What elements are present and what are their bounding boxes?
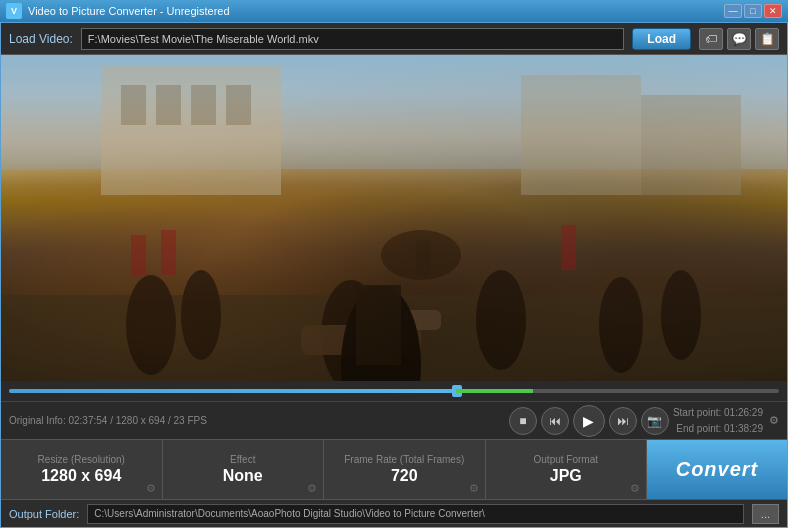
load-label: Load Video: — [9, 32, 73, 46]
output-bar: Output Folder: ... — [1, 499, 787, 527]
svg-point-9 — [126, 275, 176, 375]
settings-panels: Resize (Resolution) 1280 x 694 ⚙ Effect … — [1, 439, 787, 499]
svg-rect-2 — [121, 85, 146, 125]
framerate-label: Frame Rate (Total Frames) — [344, 454, 464, 465]
resize-gear[interactable]: ⚙ — [146, 482, 156, 495]
svg-rect-23 — [356, 285, 401, 365]
play-button[interactable]: ▶ — [573, 405, 605, 437]
output-format-value: JPG — [550, 467, 582, 485]
svg-point-14 — [661, 270, 701, 360]
svg-rect-6 — [521, 75, 641, 195]
tag-icon[interactable]: 🏷 — [699, 28, 723, 50]
comment-icon[interactable]: 💬 — [727, 28, 751, 50]
prev-button[interactable]: ⏮ — [541, 407, 569, 435]
output-format-label: Output Format — [534, 454, 598, 465]
svg-rect-5 — [226, 85, 251, 125]
svg-rect-19 — [131, 235, 146, 275]
resize-value: 1280 x 694 — [41, 467, 121, 485]
video-frame — [1, 55, 787, 381]
output-format-panel[interactable]: Output Format JPG ⚙ — [486, 440, 648, 499]
time-points: Start point: 01:26:29 End point: 01:38:2… — [673, 405, 763, 437]
svg-point-12 — [476, 270, 526, 370]
video-preview — [1, 55, 787, 381]
window-title: Video to Picture Converter - Unregistere… — [28, 5, 718, 17]
framerate-gear[interactable]: ⚙ — [469, 482, 479, 495]
stop-button[interactable]: ■ — [509, 407, 537, 435]
svg-rect-3 — [156, 85, 181, 125]
svg-rect-18 — [416, 240, 431, 275]
app-icon: V — [6, 3, 22, 19]
playback-controls: ■ ⏮ ▶ ⏭ 📷 — [509, 405, 669, 437]
framerate-panel[interactable]: Frame Rate (Total Frames) 720 ⚙ — [324, 440, 486, 499]
effect-panel[interactable]: Effect None ⚙ — [163, 440, 325, 499]
scene-svg — [1, 55, 787, 381]
minimize-button[interactable]: — — [724, 4, 742, 18]
output-format-gear[interactable]: ⚙ — [630, 482, 640, 495]
svg-rect-21 — [561, 225, 576, 270]
scrubber-area[interactable] — [1, 381, 787, 401]
svg-point-10 — [181, 270, 221, 360]
resize-label: Resize (Resolution) — [38, 454, 125, 465]
framerate-value: 720 — [391, 467, 418, 485]
browse-button[interactable]: ... — [752, 504, 779, 524]
effect-label: Effect — [230, 454, 255, 465]
controls-bar: Original Info: 02:37:54 / 1280 x 694 / 2… — [1, 401, 787, 439]
svg-rect-7 — [641, 95, 741, 195]
svg-rect-4 — [191, 85, 216, 125]
close-button[interactable]: ✕ — [764, 4, 782, 18]
window-controls: — □ ✕ — [724, 4, 782, 18]
svg-rect-1 — [101, 65, 281, 195]
main-window: Load Video: Load 🏷 💬 📋 — [0, 22, 788, 528]
snapshot-button[interactable]: 📷 — [641, 407, 669, 435]
resize-panel[interactable]: Resize (Resolution) 1280 x 694 ⚙ — [1, 440, 163, 499]
scrubber-fill — [9, 389, 456, 393]
next-button[interactable]: ⏭ — [609, 407, 637, 435]
start-point: Start point: 01:26:29 — [673, 405, 763, 421]
maximize-button[interactable]: □ — [744, 4, 762, 18]
end-point: End point: 01:38:29 — [673, 421, 763, 437]
effect-gear[interactable]: ⚙ — [307, 482, 317, 495]
list-icon[interactable]: 📋 — [755, 28, 779, 50]
load-button[interactable]: Load — [632, 28, 691, 50]
scrubber-range — [456, 389, 533, 393]
video-info-text: Original Info: 02:37:54 / 1280 x 694 / 2… — [9, 415, 505, 426]
svg-rect-20 — [161, 230, 176, 275]
scrubber-track[interactable] — [9, 389, 779, 393]
video-path-input[interactable] — [81, 28, 624, 50]
load-bar: Load Video: Load 🏷 💬 📋 — [1, 23, 787, 55]
output-folder-input[interactable] — [87, 504, 744, 524]
toolbar-icons: 🏷 💬 📋 — [699, 28, 779, 50]
svg-point-13 — [599, 277, 643, 373]
output-folder-label: Output Folder: — [9, 508, 79, 520]
effect-value: None — [223, 467, 263, 485]
convert-button[interactable]: Convert — [647, 440, 787, 500]
time-settings-gear[interactable]: ⚙ — [769, 414, 779, 427]
title-bar: V Video to Picture Converter - Unregiste… — [0, 0, 788, 22]
